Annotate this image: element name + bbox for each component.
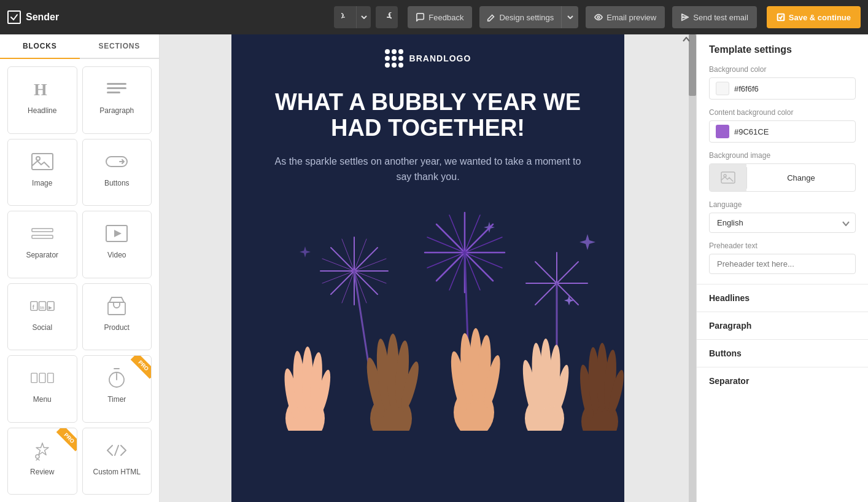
top-navigation: Sender Feedback Design settings Email pr…	[0, 0, 868, 34]
block-label-social: Social	[32, 323, 52, 332]
paragraph-label: Paragraph	[709, 321, 751, 331]
menu-icon	[30, 366, 55, 390]
email-brand-logo-text: BRANDLOGO	[409, 53, 471, 63]
blocks-grid: H Headline Paragraph Image	[0, 59, 159, 502]
design-settings-group: Design settings	[479, 6, 578, 28]
save-continue-button[interactable]: Save & continue	[767, 6, 861, 28]
block-item-review[interactable]: Review	[7, 428, 77, 495]
block-label-product: Product	[104, 323, 130, 332]
block-label-headline: Headline	[28, 106, 56, 115]
language-label: Language	[709, 200, 856, 209]
separator-icon	[30, 221, 55, 246]
svg-rect-10	[32, 235, 53, 238]
undo-button[interactable]	[334, 6, 356, 28]
video-icon	[104, 221, 129, 246]
block-item-paragraph[interactable]: Paragraph	[82, 66, 152, 134]
svg-point-0	[598, 16, 600, 18]
undo-group	[334, 6, 371, 28]
headline-icon: H	[30, 77, 55, 101]
content-bg-color-swatch	[716, 125, 729, 138]
svg-rect-21	[39, 373, 45, 382]
send-test-label: Send test email	[693, 13, 748, 22]
email-canvas-area: BRANDLOGO WHAT A BUBBLY YEAR WE HAD TOGE…	[160, 34, 696, 502]
svg-rect-4	[107, 87, 126, 89]
block-item-custom-html[interactable]: Custom HTML	[82, 428, 152, 495]
block-label-separator: Separator	[26, 251, 58, 259]
email-hero-section: WHAT A BUBBLY YEAR WE HAD TOGETHER! As t…	[231, 77, 624, 197]
email-preview-button[interactable]: Email preview	[586, 6, 665, 28]
block-item-headline[interactable]: H Headline	[7, 66, 77, 134]
bg-image-label: Background image	[709, 151, 856, 160]
bg-image-field: Change	[709, 163, 856, 192]
redo-button[interactable]	[376, 6, 398, 28]
right-panel: Template settings Background color #f6f6…	[696, 34, 868, 502]
change-bg-image-button[interactable]: Change	[746, 167, 855, 189]
scroll-up-indicator	[681, 34, 691, 44]
design-settings-button[interactable]: Design settings	[479, 6, 561, 28]
content-bg-color-value: #9C61CE	[734, 127, 769, 136]
block-item-buttons[interactable]: Buttons	[82, 139, 152, 206]
product-icon	[104, 294, 129, 318]
block-item-social[interactable]: f in ▶ Social	[7, 283, 77, 351]
buttons-section: Buttons	[697, 339, 868, 367]
svg-text:H: H	[34, 80, 47, 99]
block-item-image[interactable]: Image	[7, 139, 77, 206]
svg-marker-12	[114, 230, 122, 237]
language-select[interactable]: English Spanish French German	[709, 213, 856, 233]
preheader-text-input[interactable]	[709, 254, 856, 274]
bg-color-field[interactable]: #f6f6f6	[709, 77, 856, 100]
main-layout: BLOCKS SECTIONS H Headline Paragraph	[0, 34, 868, 502]
svg-text:▶: ▶	[48, 304, 52, 310]
headlines-toggle[interactable]: Headlines	[709, 293, 856, 303]
buttons-label: Buttons	[709, 348, 742, 358]
email-brand-logo: BRANDLOGO	[385, 49, 471, 68]
svg-rect-19	[108, 302, 125, 315]
buttons-toggle[interactable]: Buttons	[709, 348, 856, 358]
email-illustration	[231, 197, 624, 431]
settings-title: Template settings	[709, 44, 856, 55]
block-item-menu[interactable]: Menu	[7, 355, 77, 423]
undo-dropdown-button[interactable]	[356, 6, 371, 28]
headlines-label: Headlines	[709, 293, 750, 303]
content-bg-color-field[interactable]: #9C61CE	[709, 120, 856, 143]
separator-label: Separator	[709, 376, 749, 386]
social-icon: f in ▶	[30, 294, 55, 318]
block-item-timer[interactable]: Timer	[82, 355, 152, 423]
block-label-custom-html: Custom HTML	[93, 468, 141, 476]
separator-section: Separator	[697, 367, 868, 394]
block-label-menu: Menu	[33, 395, 52, 404]
canvas-scrollbar-track[interactable]	[689, 34, 696, 502]
svg-text:in: in	[40, 304, 44, 310]
design-settings-label: Design settings	[499, 13, 554, 22]
block-item-separator[interactable]: Separator	[7, 211, 77, 278]
feedback-label: Feedback	[428, 13, 463, 22]
separator-toggle[interactable]: Separator	[709, 376, 856, 386]
bg-color-label: Background color	[709, 65, 856, 74]
block-item-product[interactable]: Product	[82, 283, 152, 351]
svg-point-24	[36, 455, 39, 458]
block-label-video: Video	[107, 251, 126, 259]
template-settings-section: Template settings Background color #f6f6…	[697, 34, 868, 284]
design-settings-dropdown-button[interactable]	[561, 6, 578, 28]
svg-rect-9	[32, 229, 53, 232]
svg-rect-22	[47, 373, 53, 382]
left-panel: BLOCKS SECTIONS H Headline Paragraph	[0, 34, 160, 502]
email-preview-label: Email preview	[606, 13, 656, 22]
headlines-section: Headlines	[697, 284, 868, 312]
svg-point-7	[36, 157, 40, 160]
block-label-review: Review	[30, 468, 54, 476]
block-label-timer: Timer	[107, 395, 126, 404]
paragraph-toggle[interactable]: Paragraph	[709, 321, 856, 331]
image-icon	[30, 149, 55, 174]
preheader-text-label: Preheader text	[709, 241, 856, 250]
tab-blocks[interactable]: BLOCKS	[0, 34, 80, 59]
feedback-button[interactable]: Feedback	[408, 6, 472, 28]
paragraph-section: Paragraph	[697, 312, 868, 339]
brand-icon	[7, 10, 21, 24]
paragraph-icon	[104, 77, 129, 101]
pro-ribbon-review	[47, 428, 77, 458]
block-item-video[interactable]: Video	[82, 211, 152, 278]
email-canvas: BRANDLOGO WHAT A BUBBLY YEAR WE HAD TOGE…	[231, 34, 624, 502]
tab-sections[interactable]: SECTIONS	[80, 34, 160, 58]
send-test-button[interactable]: Send test email	[672, 6, 757, 28]
